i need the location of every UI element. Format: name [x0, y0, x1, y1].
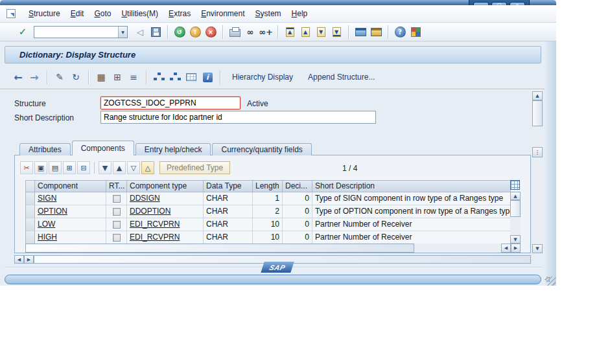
menu-item-help[interactable]: Help — [287, 7, 313, 20]
select-all-header[interactable] — [26, 181, 35, 192]
sort-ascending-button[interactable]: ▲ — [113, 161, 126, 174]
next-page-button[interactable]: ▼ — [314, 25, 328, 39]
enter-button[interactable]: ✓ — [16, 25, 30, 39]
row-type-checkbox[interactable] — [113, 234, 121, 242]
command-dropdown-button[interactable]: ▼ — [118, 27, 127, 38]
menu-item-structure[interactable]: Structure — [23, 7, 65, 20]
delete-row-button[interactable]: ⊟ — [77, 161, 90, 174]
table-scroll-down-button[interactable]: ▼ — [510, 235, 521, 244]
help-button[interactable]: ? — [393, 25, 407, 39]
customize-layout-button[interactable] — [408, 25, 423, 39]
table-hscrollbar-thumb[interactable] — [25, 244, 414, 253]
data-type-cell[interactable]: CHAR — [204, 205, 253, 218]
table-view-button[interactable] — [184, 70, 198, 84]
menu-item-utilities[interactable]: Utilities(M) — [116, 7, 163, 20]
row-selector[interactable] — [26, 205, 35, 218]
menu-item-environment[interactable]: Environment — [196, 7, 250, 20]
table-scrollbar-thumb[interactable] — [510, 200, 521, 217]
nav-forward-button[interactable]: → — [27, 70, 41, 84]
col-header-decimals[interactable]: Deci... — [283, 181, 312, 192]
length-cell[interactable]: 2 — [253, 205, 283, 218]
table-scroll-right-button[interactable]: ▶ — [511, 244, 521, 253]
length-cell[interactable]: 10 — [253, 218, 283, 231]
row-selector[interactable] — [26, 218, 35, 231]
find-button[interactable]: ∞ — [243, 25, 257, 39]
cut-button[interactable]: ✂ — [20, 161, 33, 174]
last-page-button[interactable]: ▼ — [329, 25, 344, 39]
previous-page-button[interactable]: ▲ — [298, 25, 312, 39]
main-scroll-left-button[interactable]: ◀ — [14, 255, 24, 264]
structure-field[interactable]: ZOGTCSS_IDOC_PPPRN — [100, 97, 241, 109]
splitter-grip[interactable]: ⋮ — [532, 147, 543, 157]
refresh-button[interactable]: ↻ — [69, 70, 83, 84]
table-settings-icon[interactable] — [510, 180, 520, 190]
short-description-cell[interactable]: Partner Number of Receiver — [312, 231, 511, 244]
menu-item-system[interactable]: System — [250, 7, 287, 20]
display-change-button[interactable]: ✎ — [53, 70, 67, 84]
nav-back-button[interactable]: ← — [11, 70, 25, 84]
col-header-component[interactable]: Component — [35, 181, 106, 192]
decimals-cell[interactable]: 0 — [283, 192, 312, 205]
data-type-cell[interactable]: CHAR — [204, 192, 253, 205]
where-used-button[interactable]: ≡ — [126, 70, 141, 84]
structure-tree-button[interactable] — [168, 70, 182, 84]
row-selector[interactable] — [26, 192, 35, 205]
decimals-cell[interactable]: 0 — [283, 231, 312, 244]
data-type-cell[interactable]: CHAR — [204, 218, 253, 231]
cancel-button[interactable]: × — [204, 25, 218, 39]
table-horizontal-scrollbar[interactable]: ◀ ▶ — [25, 244, 521, 253]
save-button[interactable] — [148, 25, 163, 39]
filter-button[interactable]: ▽ — [127, 161, 140, 174]
table-scroll-left-button[interactable]: ◀ — [501, 244, 511, 253]
check-structure-button[interactable]: ▦ — [94, 70, 108, 84]
component-value[interactable]: OPTION — [38, 207, 67, 216]
command-input[interactable] — [34, 27, 118, 38]
decimals-cell[interactable]: 0 — [283, 205, 312, 218]
copy-button[interactable]: ▣ — [34, 161, 47, 174]
create-shortcut-button[interactable] — [369, 25, 383, 39]
scrollbar-thumb[interactable] — [532, 100, 543, 126]
component-value[interactable]: SIGN — [38, 194, 56, 203]
short-description-cell[interactable]: Partner Number of Receiver — [312, 218, 511, 231]
col-header-short-description[interactable]: Short Description — [312, 181, 511, 192]
component-value[interactable]: LOW — [38, 220, 55, 229]
length-cell[interactable]: 1 — [253, 192, 283, 205]
tab-entry-help-check[interactable]: Entry help/check — [135, 143, 211, 155]
decimals-cell[interactable]: 0 — [283, 218, 312, 231]
col-header-rt[interactable]: RT... — [106, 181, 127, 192]
component-type-value[interactable]: EDI_RCVPRN — [130, 220, 180, 229]
paste-button[interactable]: ▤ — [49, 161, 62, 174]
short-description-cell[interactable]: Type of OPTION component in row type of … — [312, 205, 511, 218]
hierarchy-button[interactable] — [152, 70, 166, 84]
menu-item-extras[interactable]: Extras — [163, 7, 196, 20]
resize-grip[interactable] — [546, 277, 556, 286]
row-type-checkbox[interactable] — [113, 221, 121, 229]
data-type-cell[interactable]: CHAR — [204, 231, 253, 244]
row-type-checkbox[interactable] — [113, 195, 121, 203]
menu-item-goto[interactable]: Goto — [89, 7, 116, 20]
main-vertical-scrollbar[interactable]: ▲ ⋮ ▼ — [532, 91, 543, 253]
main-scroll-right-button[interactable]: ▶ — [24, 255, 34, 264]
tab-currency-quantity-fields[interactable]: Currency/quantity fields — [212, 143, 311, 155]
back-triangle-button[interactable]: ◁ — [133, 25, 147, 39]
table-vertical-scrollbar[interactable]: ▲ ▼ — [510, 192, 521, 244]
back-button[interactable]: ↺ — [172, 25, 187, 39]
length-cell[interactable]: 10 — [253, 231, 283, 244]
component-type-value[interactable]: DDOPTION — [130, 207, 170, 216]
row-selector[interactable] — [26, 231, 35, 244]
first-page-button[interactable]: ▲ — [283, 25, 297, 39]
find-next-button[interactable]: ∞+ — [259, 25, 273, 39]
row-type-checkbox[interactable] — [113, 208, 121, 216]
component-value[interactable]: HIGH — [38, 233, 57, 242]
choose-button[interactable]: △ — [141, 161, 154, 174]
new-session-button[interactable] — [353, 25, 368, 39]
col-header-data-type[interactable]: Data Type — [204, 181, 253, 192]
print-button[interactable] — [228, 25, 242, 39]
predefined-type-button[interactable]: Predefined Type — [159, 161, 230, 174]
menu-item-edit[interactable]: Edit — [65, 7, 89, 20]
tab-components[interactable]: Components — [72, 141, 134, 155]
col-header-length[interactable]: Length — [253, 181, 283, 192]
hierarchy-display-button[interactable]: Hierarchy Display — [226, 71, 300, 83]
short-description-field[interactable]: Range structure for Idoc partner id — [100, 111, 376, 124]
insert-row-button[interactable]: ⊞ — [63, 161, 76, 174]
